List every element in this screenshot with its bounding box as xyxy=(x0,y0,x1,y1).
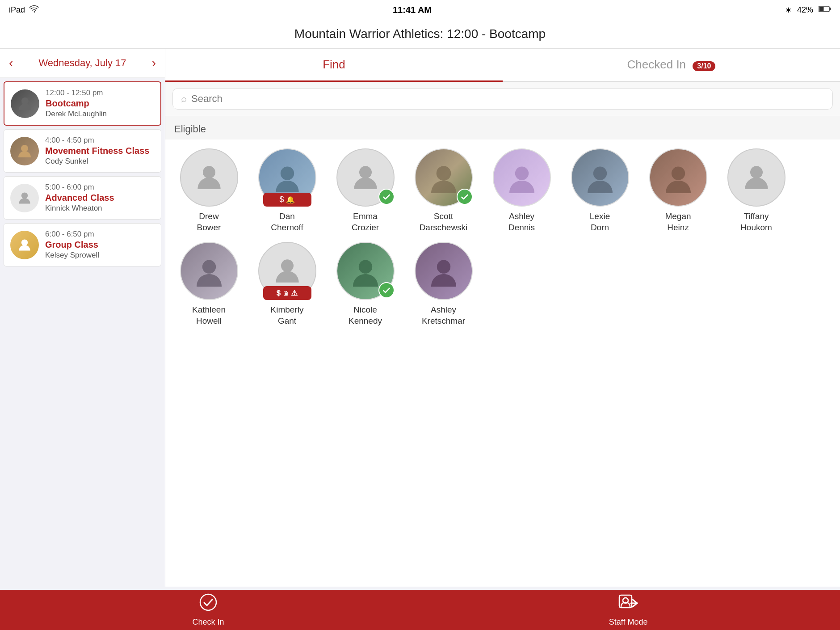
member-name-tiffany-houkom: TiffanyHoukom xyxy=(740,211,772,233)
svg-point-7 xyxy=(203,166,215,178)
svg-point-11 xyxy=(515,167,528,180)
sidebar: ‹ Wednesday, July 17 › 12:00 - 12:50 pm … xyxy=(0,49,165,587)
svg-point-14 xyxy=(750,166,763,178)
svg-point-18 xyxy=(437,260,450,274)
member-card-megan-heinz[interactable]: MeganHeinz xyxy=(643,148,713,233)
class-item-advanced[interactable]: 5:00 - 6:00 pm Advanced Class Kinnick Wh… xyxy=(4,176,161,220)
member-avatar-ashley-kretschmar xyxy=(415,242,473,300)
class-info-group: 6:00 - 6:50 pm Group Class Kelsey Sprowe… xyxy=(45,230,99,260)
member-avatar-ashley-dennis xyxy=(493,148,551,207)
kimberly-status-bar: $ 🗎 ⚠ xyxy=(263,286,311,300)
svg-point-5 xyxy=(21,192,28,199)
class-time-movement: 4:00 - 4:50 pm xyxy=(45,136,149,145)
svg-rect-2 xyxy=(819,7,823,11)
battery-label: 42% xyxy=(797,5,813,15)
class-avatar-advanced xyxy=(10,184,39,212)
class-item-group[interactable]: 6:00 - 6:50 pm Group Class Kelsey Sprowe… xyxy=(4,223,161,266)
svg-point-19 xyxy=(200,594,216,610)
member-name-dan-chernoff: DanChernoff xyxy=(271,211,303,233)
member-avatar-lexie-dorn xyxy=(571,148,629,207)
member-name-drew-bower: DrewBower xyxy=(197,211,221,233)
date-label: Wednesday, July 17 xyxy=(38,57,126,69)
class-instructor-bootcamp: Derek McLaughlin xyxy=(46,110,107,118)
class-info-advanced: 5:00 - 6:00 pm Advanced Class Kinnick Wh… xyxy=(45,183,114,213)
status-left: iPad xyxy=(9,5,39,15)
svg-point-4 xyxy=(21,145,28,152)
search-bar: ⌕ xyxy=(165,82,840,116)
member-card-kathleen-howell[interactable]: KathleenHowell xyxy=(174,242,244,326)
member-name-emma-crozier: EmmaCrozier xyxy=(352,211,379,233)
date-nav: ‹ Wednesday, July 17 › xyxy=(0,49,165,78)
class-instructor-movement: Cody Sunkel xyxy=(45,157,149,166)
member-avatar-wrap-nicole-kennedy xyxy=(336,242,395,300)
class-info-bootcamp: 12:00 - 12:50 pm Bootcamp Derek McLaughl… xyxy=(46,89,107,118)
class-avatar-group xyxy=(10,231,39,259)
member-card-lexie-dorn[interactable]: LexieDorn xyxy=(565,148,634,233)
member-avatar-drew-bower xyxy=(180,148,238,207)
member-name-nicole-kennedy: NicoleKennedy xyxy=(349,304,382,326)
svg-point-10 xyxy=(436,166,451,181)
member-card-kimberly-gant[interactable]: $ 🗎 ⚠ KimberlyGant xyxy=(252,242,322,326)
content-area: Find Checked In 3/10 ⌕ Eligible xyxy=(165,49,840,587)
status-time: 11:41 AM xyxy=(393,5,432,15)
status-bar: iPad 11:41 AM ∗ 42% xyxy=(0,0,840,20)
member-card-emma-crozier[interactable]: EmmaCrozier xyxy=(331,148,400,233)
member-checkedin-badge-scott xyxy=(457,189,473,205)
member-name-lexie-dorn: LexieDorn xyxy=(590,211,610,233)
prev-date-button[interactable]: ‹ xyxy=(9,57,13,69)
member-card-scott-darschewski[interactable]: ScottDarschewski xyxy=(409,148,478,233)
member-avatar-wrap-kimberly-gant: $ 🗎 ⚠ xyxy=(258,242,316,300)
class-instructor-group: Kelsey Sprowell xyxy=(45,251,99,260)
svg-point-15 xyxy=(202,260,215,274)
svg-point-8 xyxy=(280,167,294,180)
battery-icon xyxy=(819,5,831,15)
member-avatar-wrap-ashley-kretschmar xyxy=(415,242,473,300)
member-name-megan-heinz: MeganHeinz xyxy=(665,211,691,233)
member-name-scott-darschewski: ScottDarschewski xyxy=(420,211,468,233)
member-avatar-wrap-dan-chernoff: $ 🔔 xyxy=(258,148,316,207)
staff-mode-button[interactable]: Staff Mode xyxy=(609,593,648,627)
bottom-bar: Check In Staff Mode xyxy=(0,590,840,630)
member-checkedin-badge-nicole xyxy=(378,282,395,298)
svg-rect-1 xyxy=(829,8,831,10)
member-avatar-wrap-ashley-dennis xyxy=(493,148,551,207)
ipad-label: iPad xyxy=(9,5,25,15)
check-in-button[interactable]: Check In xyxy=(193,593,224,627)
class-instructor-advanced: Kinnick Wheaton xyxy=(45,204,114,213)
svg-point-12 xyxy=(593,167,606,180)
member-card-drew-bower[interactable]: DrewBower xyxy=(174,148,244,233)
svg-point-13 xyxy=(671,167,685,180)
eligible-header: Eligible xyxy=(165,116,840,140)
class-name-bootcamp: Bootcamp xyxy=(46,98,107,109)
svg-point-17 xyxy=(358,260,372,274)
svg-point-6 xyxy=(21,239,28,245)
class-item-movement[interactable]: 4:00 - 4:50 pm Movement Fitness Class Co… xyxy=(4,129,161,173)
class-item-bootcamp[interactable]: 12:00 - 12:50 pm Bootcamp Derek McLaughl… xyxy=(4,81,161,126)
member-card-tiffany-houkom[interactable]: TiffanyHoukom xyxy=(722,148,791,233)
member-name-ashley-kretschmar: AshleyKretschmar xyxy=(422,304,465,326)
bluetooth-icon: ∗ xyxy=(785,5,792,15)
next-date-button[interactable]: › xyxy=(152,57,156,69)
member-card-dan-chernoff[interactable]: $ 🔔 DanChernoff xyxy=(252,148,322,233)
member-name-kimberly-gant: KimberlyGant xyxy=(271,304,304,326)
tab-checked-in[interactable]: Checked In 3/10 xyxy=(503,49,840,81)
class-name-advanced: Advanced Class xyxy=(45,193,114,203)
member-avatar-tiffany-houkom xyxy=(727,148,785,207)
tabs: Find Checked In 3/10 xyxy=(165,49,840,82)
svg-point-16 xyxy=(281,260,294,272)
class-time-advanced: 5:00 - 6:00 pm xyxy=(45,183,114,192)
member-card-ashley-dennis[interactable]: AshleyDennis xyxy=(487,148,556,233)
member-avatar-wrap-scott-darschewski xyxy=(415,148,473,207)
svg-point-9 xyxy=(359,166,372,178)
tab-find[interactable]: Find xyxy=(165,49,503,82)
search-input-wrap: ⌕ xyxy=(172,88,833,110)
checked-in-badge: 3/10 xyxy=(693,61,715,71)
class-avatar-bootcamp xyxy=(11,89,39,118)
member-card-ashley-kretschmar[interactable]: AshleyKretschmar xyxy=(409,242,478,326)
dan-status-bar: $ 🔔 xyxy=(263,193,311,207)
staff-mode-label: Staff Mode xyxy=(609,617,648,627)
class-time-bootcamp: 12:00 - 12:50 pm xyxy=(46,89,107,97)
member-card-nicole-kennedy[interactable]: NicoleKennedy xyxy=(331,242,400,326)
svg-point-3 xyxy=(21,97,29,105)
search-input[interactable] xyxy=(191,93,824,105)
